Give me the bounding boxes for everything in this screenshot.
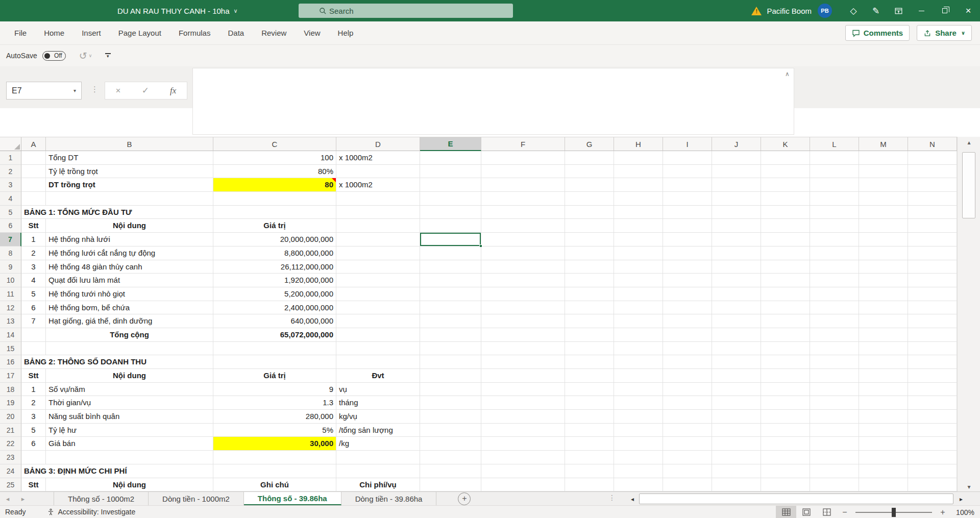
row-header-8[interactable]: 8 <box>0 246 21 260</box>
ribbon-display-options-icon[interactable] <box>887 0 910 21</box>
row-header-5[interactable]: 5 <box>0 206 21 219</box>
cell-F9[interactable] <box>481 260 565 274</box>
tab-bar-drag-dots[interactable]: ⋮ <box>608 494 616 502</box>
cell-B8[interactable]: Hệ thống lưới cắt nắng tự động <box>46 246 213 260</box>
undo-dropdown-icon[interactable]: ∨ <box>89 53 92 58</box>
cell-N4[interactable] <box>908 192 957 206</box>
cell-G8[interactable] <box>565 246 614 260</box>
cell-H18[interactable] <box>614 383 663 397</box>
cell-D19[interactable]: tháng <box>336 396 420 410</box>
cell-B14[interactable]: Tổng cộng <box>46 328 213 342</box>
cell-I1[interactable] <box>663 151 712 165</box>
cell-K13[interactable] <box>761 314 810 328</box>
cell-F24[interactable] <box>481 464 565 478</box>
cell-L10[interactable] <box>810 274 859 287</box>
cell-D7[interactable] <box>336 233 420 246</box>
cell-E20[interactable] <box>420 410 481 424</box>
vertical-scrollbar[interactable]: ▴ ▾ <box>957 137 980 491</box>
cell-H7[interactable] <box>614 233 663 246</box>
cell-G24[interactable] <box>565 464 614 478</box>
cell-H11[interactable] <box>614 287 663 301</box>
cell-A25[interactable]: Stt <box>21 478 46 492</box>
cell-H13[interactable] <box>614 314 663 328</box>
cell-G1[interactable] <box>565 151 614 165</box>
column-header-C[interactable]: C <box>213 137 336 151</box>
cell-D13[interactable] <box>336 314 420 328</box>
cell-M22[interactable] <box>859 437 908 451</box>
cancel-button[interactable]: × <box>116 86 121 96</box>
cell-I19[interactable] <box>663 396 712 410</box>
column-header-J[interactable]: J <box>712 137 761 151</box>
row-header-17[interactable]: 17 <box>0 369 21 383</box>
cell-K19[interactable] <box>761 396 810 410</box>
cell-B15[interactable] <box>46 342 213 356</box>
restore-button[interactable] <box>933 0 957 21</box>
cell-E3[interactable] <box>420 178 481 192</box>
cell-K21[interactable] <box>761 424 810 437</box>
cell-F23[interactable] <box>481 451 565 464</box>
cell-B7[interactable]: Hệ thống nhà lưới <box>46 233 213 246</box>
cell-C24[interactable] <box>213 464 336 478</box>
cell-L9[interactable] <box>810 260 859 274</box>
cell-B20[interactable]: Năng suất bình quân <box>46 410 213 424</box>
cell-L6[interactable] <box>810 219 859 233</box>
cell-H23[interactable] <box>614 451 663 464</box>
cell-M25[interactable] <box>859 478 908 492</box>
cell-D25[interactable]: Chi phí/vụ <box>336 478 420 492</box>
column-header-E[interactable]: E <box>420 137 481 151</box>
row-header-9[interactable]: 9 <box>0 260 21 274</box>
cell-A4[interactable] <box>21 192 46 206</box>
cell-A21[interactable]: 5 <box>21 424 46 437</box>
cell-A19[interactable]: 2 <box>21 396 46 410</box>
cell-H12[interactable] <box>614 301 663 315</box>
cell-N24[interactable] <box>908 464 957 478</box>
cell-E14[interactable] <box>420 328 481 342</box>
cell-B11[interactable]: Hệ thống tưới nhỏ giọt <box>46 287 213 301</box>
cell-G4[interactable] <box>565 192 614 206</box>
cell-D23[interactable] <box>336 451 420 464</box>
cell-F19[interactable] <box>481 396 565 410</box>
cell-A10[interactable]: 4 <box>21 274 46 287</box>
cell-D22[interactable]: /kg <box>336 437 420 451</box>
cell-G25[interactable] <box>565 478 614 492</box>
cell-N22[interactable] <box>908 437 957 451</box>
autosave-toggle[interactable]: Off <box>42 51 66 61</box>
cell-K3[interactable] <box>761 178 810 192</box>
ribbon-tab-help[interactable]: Help <box>331 21 361 45</box>
zoom-out-button[interactable]: − <box>837 508 852 517</box>
cell-E18[interactable] <box>420 383 481 397</box>
cell-E1[interactable] <box>420 151 481 165</box>
cell-G22[interactable] <box>565 437 614 451</box>
cell-E6[interactable] <box>420 219 481 233</box>
cell-J23[interactable] <box>712 451 761 464</box>
sheet-next-button[interactable]: ▸ <box>15 492 31 505</box>
row-header-2[interactable]: 2 <box>0 165 21 179</box>
undo-button[interactable]: ↺ <box>79 50 87 62</box>
cell-L7[interactable] <box>810 233 859 246</box>
cell-J14[interactable] <box>712 328 761 342</box>
cell-G15[interactable] <box>565 342 614 356</box>
cell-I3[interactable] <box>663 178 712 192</box>
cell-F15[interactable] <box>481 342 565 356</box>
cell-J20[interactable] <box>712 410 761 424</box>
row-header-21[interactable]: 21 <box>0 424 21 437</box>
cell-A8[interactable]: 2 <box>21 246 46 260</box>
cell-M21[interactable] <box>859 424 908 437</box>
cell-N17[interactable] <box>908 369 957 383</box>
row-header-13[interactable]: 13 <box>0 314 21 328</box>
cell-M18[interactable] <box>859 383 908 397</box>
cell-B18[interactable]: Số vụ/năm <box>46 383 213 397</box>
cell-D15[interactable] <box>336 342 420 356</box>
cell-J6[interactable] <box>712 219 761 233</box>
cell-F17[interactable] <box>481 369 565 383</box>
cell-D4[interactable] <box>336 192 420 206</box>
cell-K1[interactable] <box>761 151 810 165</box>
cell-N13[interactable] <box>908 314 957 328</box>
cell-I21[interactable] <box>663 424 712 437</box>
cell-I22[interactable] <box>663 437 712 451</box>
cell-B2[interactable]: Tỷ lệ trồng trọt <box>46 165 213 179</box>
ribbon-tab-review[interactable]: Review <box>254 21 293 45</box>
cell-D18[interactable]: vụ <box>336 383 420 397</box>
cell-K5[interactable] <box>761 206 810 219</box>
avatar[interactable]: PB <box>818 4 832 18</box>
